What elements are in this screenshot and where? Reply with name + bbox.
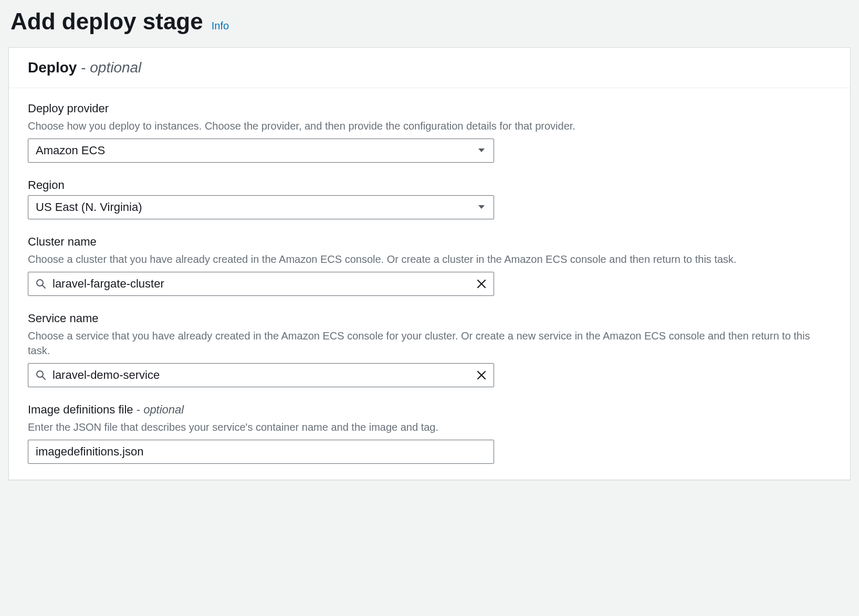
svg-point-0 — [37, 280, 43, 286]
dash: - — [81, 59, 90, 76]
region-value: US East (N. Virginia) — [36, 200, 142, 214]
cluster-name-search[interactable] — [28, 272, 494, 296]
service-name-label: Service name — [28, 312, 831, 325]
page-header: Add deploy stage Info — [8, 8, 851, 35]
image-definitions-label-text: Image definitions file — [28, 403, 133, 416]
search-icon — [36, 279, 46, 289]
cluster-name-group: Cluster name Choose a cluster that you h… — [28, 235, 831, 296]
region-group: Region US East (N. Virginia) — [28, 178, 831, 219]
image-definitions-input-wrapper[interactable] — [28, 440, 494, 464]
card-optional: optional — [90, 59, 141, 76]
deploy-provider-group: Deploy provider Choose how you deploy to… — [28, 102, 831, 163]
card-title-text: Deploy — [28, 59, 77, 76]
image-definitions-help: Enter the JSON file that describes your … — [28, 420, 831, 434]
service-name-help: Choose a service that you have already c… — [28, 328, 831, 358]
svg-line-1 — [43, 285, 45, 288]
deploy-provider-help: Choose how you deploy to instances. Choo… — [28, 119, 831, 133]
info-link[interactable]: Info — [212, 20, 229, 32]
deploy-provider-value: Amazon ECS — [36, 144, 105, 157]
card-body: Deploy provider Choose how you deploy to… — [9, 88, 850, 480]
image-definitions-input[interactable] — [36, 445, 486, 459]
image-definitions-optional: optional — [143, 403, 184, 416]
deploy-card: Deploy - optional Deploy provider Choose… — [8, 47, 851, 480]
dash: - — [137, 403, 143, 416]
cluster-name-help: Choose a cluster that you have already c… — [28, 252, 831, 267]
region-label: Region — [28, 178, 831, 192]
svg-line-5 — [43, 377, 45, 379]
service-name-group: Service name Choose a service that you h… — [28, 312, 831, 387]
clear-icon[interactable] — [477, 279, 486, 289]
card-title: Deploy - optional — [28, 59, 831, 76]
region-select[interactable]: US East (N. Virginia) — [28, 195, 494, 219]
service-name-input[interactable] — [53, 368, 468, 382]
page-title: Add deploy stage — [11, 8, 203, 35]
deploy-provider-select[interactable]: Amazon ECS — [28, 139, 494, 163]
svg-point-4 — [37, 371, 43, 377]
caret-down-icon — [478, 146, 485, 155]
image-definitions-group: Image definitions file - optional Enter … — [28, 403, 831, 464]
cluster-name-label: Cluster name — [28, 235, 831, 249]
service-name-search[interactable] — [28, 363, 494, 387]
cluster-name-input[interactable] — [53, 277, 468, 291]
clear-icon[interactable] — [477, 370, 486, 380]
search-icon — [36, 370, 46, 380]
deploy-provider-label: Deploy provider — [28, 102, 831, 115]
card-header: Deploy - optional — [9, 48, 850, 88]
caret-down-icon — [478, 203, 485, 212]
image-definitions-label: Image definitions file - optional — [28, 403, 831, 417]
